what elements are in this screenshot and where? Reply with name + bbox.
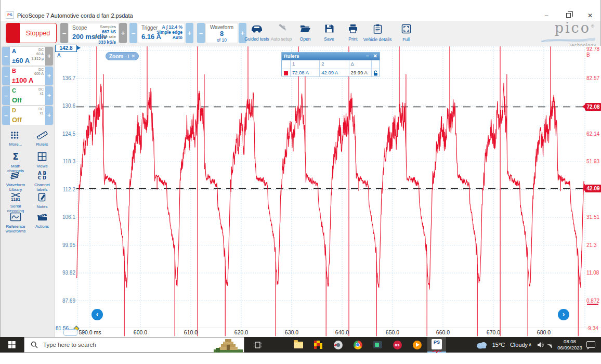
trigger-increase-button[interactable]: + [186,23,193,43]
waveform-prev-button[interactable]: – [197,23,205,43]
channel-d-decrease-button[interactable]: – [2,106,10,125]
actions-clapperboard-icon [36,212,48,222]
cloud-icon [476,341,488,349]
camera-app-icon [373,341,382,348]
action-center-icon[interactable] [586,341,595,348]
channel-a-decrease-button[interactable]: – [2,47,10,66]
x-axis-tick: 630.0 [285,329,298,335]
scope-view[interactable] [55,46,601,337]
scope-increase-button[interactable]: + [119,23,127,43]
channel-c-increase-button[interactable]: + [45,86,53,105]
restore-icon [566,13,571,18]
close-button[interactable]: ✕ [583,10,597,21]
task-view-button[interactable] [249,337,266,353]
sidebar-notes-button[interactable]: Notes [31,192,54,209]
search-highlight-pyramid-image [214,338,243,353]
scope-label: Scope [72,25,87,31]
channel-c-card[interactable]: – C DC x1 Off + [2,86,53,105]
scope-panel[interactable]: Scope 200 ms/div Samples 667 kS Sample r… [69,23,119,43]
trigger-decrease-button[interactable]: – [129,23,137,43]
minimize-button[interactable]: – [539,10,554,21]
channel-a-axis-unit: A [57,53,61,58]
sidebar-rulers-button[interactable]: Rulers [31,131,54,147]
weather-button[interactable] [474,337,490,353]
sidebar-actions-button[interactable]: Actions [31,212,54,229]
zoom-close-icon[interactable]: ✕ [131,54,135,59]
channel-c-decrease-button[interactable]: – [2,86,10,105]
ruler-handle-2[interactable]: 42.09 [585,185,601,192]
more-label: More... [3,142,29,147]
channel-b-increase-button[interactable]: + [45,67,53,85]
channel-b-scale: ±100 A [12,76,33,84]
actions-label: Actions [31,224,54,229]
y-axis-left-tick: 136.7 [54,75,75,81]
views-label: Views [31,164,54,168]
channel-b-id: B [12,68,16,74]
picoscope-taskbar-button[interactable]: PS [427,337,446,353]
sidebar-waveform-library-button[interactable]: Waveform Library [3,171,29,192]
sidebar-more-button[interactable]: More... [3,131,29,147]
lastfm-button[interactable]: as [388,337,407,353]
waveform-library-label: Waveform Library [3,183,29,192]
ruler-icon [36,131,48,139]
trigger-panel[interactable]: Trigger 6.16 A A ∫ 12.4 % Simple edge Au… [138,23,185,43]
vehicle-details-button[interactable]: Vehicle details [362,22,393,45]
waveform-panel[interactable]: Waveform 8 of 10 [205,23,238,43]
channel-c-id: C [12,87,16,94]
sidebar-views-button[interactable]: Views [31,152,54,168]
network-button[interactable] [546,337,556,353]
chrome-button[interactable] [348,337,367,353]
channel-d-card[interactable]: – D DC x1 Off + [2,106,53,125]
task-view-icon [253,341,262,349]
utility-app-button[interactable] [329,337,347,353]
trigger-auto: Auto [156,35,182,40]
rulers-close-button[interactable]: ✕ [373,53,377,60]
scroll-right-button[interactable]: › [558,309,569,320]
floppy-disk-icon [324,24,334,33]
stop-start-button[interactable]: Stopped [6,23,57,43]
ruler-lock-button[interactable] [372,69,380,77]
y-axis-right-tick: -9.34 [586,326,598,331]
channel-b-decrease-button[interactable]: – [2,67,10,85]
pico-technology-logo: pico® Technology [536,21,596,45]
full-label: Full [391,37,421,42]
unlock-icon [373,70,378,76]
taskbar-clock[interactable]: 08:08 06/09/2023 [557,339,582,351]
scroll-left-button[interactable]: ‹ [92,309,103,320]
samples-value: 667 kS [94,29,116,34]
restore-button[interactable] [561,10,576,21]
media-player-button[interactable] [408,337,426,353]
volume-button[interactable] [535,337,546,353]
sidebar-reference-waveforms-button[interactable]: Reference waveforms [2,212,30,233]
channel-a-card[interactable]: – A DC 60 A -3.815 µ ±60 A + [2,47,53,66]
start-button[interactable] [0,337,24,353]
stopped-label: Stopped [20,30,56,37]
x-axis-tick: 670.0 [487,329,500,335]
sidebar-serial-decoding-button[interactable]: 1101 Serial decoding [2,192,30,213]
rulers-col-delta: Δ [349,60,372,69]
channel-a-axis-top-marker[interactable]: 142.8 [55,45,77,52]
pico-tile-app-button[interactable] [309,337,328,353]
tray-expand-icon[interactable]: ∧ [528,342,532,347]
weather-temp[interactable]: 15°C [489,337,508,353]
zoom-overlay[interactable]: Zoom ✕ [106,52,139,60]
y-axis-left-tick: 93.82 [54,270,75,276]
scope-decrease-button[interactable]: – [60,23,68,43]
rulers-panel[interactable]: Rulers – ✕ 1 2 Δ 72.08 A 42.09 A 29.99 A [281,52,380,76]
rulers-minimize-button[interactable]: – [366,53,369,60]
camera-app-button[interactable] [368,337,387,353]
weather-condition[interactable]: Cloudy [507,337,530,353]
channel-a-increase-button[interactable]: + [45,47,53,66]
views-grid-icon [37,152,47,161]
clock-date: 06/09/2023 [557,345,582,351]
taskbar-search[interactable]: Type here to search [24,337,244,353]
sidebar-channel-labels-button[interactable]: A BC D Channel labels [30,171,55,192]
full-screen-button[interactable]: Full [391,22,421,45]
channel-b-card[interactable]: – B DC 600 A ±100 A + [2,67,53,85]
channel-d-id: D [12,107,16,113]
axis-corner-box[interactable] [63,329,77,336]
ruler-handle-1[interactable]: 72.08 [585,103,601,111]
channel-d-increase-button[interactable]: + [45,106,53,125]
file-explorer-button[interactable] [289,337,308,353]
library-books-icon [10,171,21,180]
